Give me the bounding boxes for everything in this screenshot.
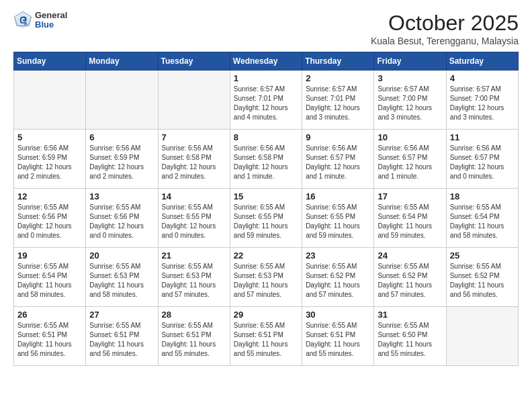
day-info: Sunrise: 6:55 AM Sunset: 6:56 PM Dayligh… [17, 203, 82, 240]
header-row: SundayMondayTuesdayWednesdayThursdayFrid… [14, 52, 519, 71]
day-cell [446, 307, 518, 366]
day-info: Sunrise: 6:55 AM Sunset: 6:51 PM Dayligh… [89, 321, 154, 359]
day-number: 13 [89, 191, 154, 201]
day-number: 5 [17, 132, 82, 142]
day-info: Sunrise: 6:55 AM Sunset: 6:51 PM Dayligh… [306, 321, 370, 359]
day-cell: 29Sunrise: 6:55 AM Sunset: 6:51 PM Dayli… [230, 307, 302, 366]
header-wednesday: Wednesday [230, 52, 302, 71]
location: Kuala Besut, Terengganu, Malaysia [371, 36, 519, 46]
header-sunday: Sunday [14, 52, 86, 71]
week-row-3: 12Sunrise: 6:55 AM Sunset: 6:56 PM Dayli… [14, 189, 519, 248]
day-cell [158, 71, 230, 130]
day-cell: 21Sunrise: 6:55 AM Sunset: 6:53 PM Dayli… [158, 248, 230, 307]
day-info: Sunrise: 6:55 AM Sunset: 6:54 PM Dayligh… [17, 262, 82, 300]
day-cell: 31Sunrise: 6:55 AM Sunset: 6:50 PM Dayli… [374, 307, 446, 366]
day-number: 6 [89, 132, 154, 142]
logo-text: General Blue [35, 11, 67, 30]
day-info: Sunrise: 6:55 AM Sunset: 6:54 PM Dayligh… [378, 203, 442, 240]
day-info: Sunrise: 6:56 AM Sunset: 6:57 PM Dayligh… [306, 144, 370, 181]
day-info: Sunrise: 6:56 AM Sunset: 6:57 PM Dayligh… [450, 144, 515, 181]
day-info: Sunrise: 6:55 AM Sunset: 6:53 PM Dayligh… [89, 262, 154, 300]
header-tuesday: Tuesday [158, 52, 230, 71]
day-cell: 24Sunrise: 6:55 AM Sunset: 6:52 PM Dayli… [374, 248, 446, 307]
day-info: Sunrise: 6:55 AM Sunset: 6:50 PM Dayligh… [378, 321, 442, 359]
header-thursday: Thursday [302, 52, 374, 71]
day-cell: 20Sunrise: 6:55 AM Sunset: 6:53 PM Dayli… [86, 248, 158, 307]
title-area: October 2025 Kuala Besut, Terengganu, Ma… [371, 11, 519, 46]
day-cell: 26Sunrise: 6:55 AM Sunset: 6:51 PM Dayli… [14, 307, 86, 366]
page-header: General Blue October 2025 Kuala Besut, T… [13, 11, 519, 46]
day-cell [14, 71, 86, 130]
day-cell: 15Sunrise: 6:55 AM Sunset: 6:55 PM Dayli… [230, 189, 302, 248]
day-number: 16 [306, 191, 370, 201]
day-info: Sunrise: 6:55 AM Sunset: 6:52 PM Dayligh… [306, 262, 370, 300]
day-cell: 25Sunrise: 6:55 AM Sunset: 6:52 PM Dayli… [446, 248, 518, 307]
day-info: Sunrise: 6:55 AM Sunset: 6:55 PM Dayligh… [306, 203, 370, 240]
day-cell: 17Sunrise: 6:55 AM Sunset: 6:54 PM Dayli… [374, 189, 446, 248]
day-info: Sunrise: 6:57 AM Sunset: 7:01 PM Dayligh… [234, 85, 298, 122]
day-info: Sunrise: 6:56 AM Sunset: 6:59 PM Dayligh… [17, 144, 82, 181]
logo-icon [13, 11, 32, 30]
day-info: Sunrise: 6:55 AM Sunset: 6:52 PM Dayligh… [450, 262, 515, 300]
day-cell: 22Sunrise: 6:55 AM Sunset: 6:53 PM Dayli… [230, 248, 302, 307]
day-cell [86, 71, 158, 130]
logo: General Blue [13, 11, 67, 30]
day-info: Sunrise: 6:55 AM Sunset: 6:55 PM Dayligh… [234, 203, 298, 240]
day-cell: 14Sunrise: 6:55 AM Sunset: 6:55 PM Dayli… [158, 189, 230, 248]
day-number: 4 [450, 73, 515, 83]
day-cell: 12Sunrise: 6:55 AM Sunset: 6:56 PM Dayli… [14, 189, 86, 248]
header-friday: Friday [374, 52, 446, 71]
day-number: 2 [306, 73, 370, 83]
day-number: 31 [378, 310, 442, 320]
day-info: Sunrise: 6:56 AM Sunset: 6:58 PM Dayligh… [234, 144, 298, 181]
day-number: 18 [450, 191, 515, 201]
day-number: 30 [306, 310, 370, 320]
day-cell: 1Sunrise: 6:57 AM Sunset: 7:01 PM Daylig… [230, 71, 302, 130]
day-number: 10 [378, 132, 442, 142]
day-number: 3 [378, 73, 442, 83]
day-cell: 5Sunrise: 6:56 AM Sunset: 6:59 PM Daylig… [14, 130, 86, 189]
day-number: 24 [378, 250, 442, 261]
day-number: 9 [306, 132, 370, 142]
day-info: Sunrise: 6:56 AM Sunset: 6:57 PM Dayligh… [378, 144, 442, 181]
week-row-1: 1Sunrise: 6:57 AM Sunset: 7:01 PM Daylig… [14, 71, 519, 130]
calendar-table: SundayMondayTuesdayWednesdayThursdayFrid… [13, 52, 519, 366]
day-cell: 27Sunrise: 6:55 AM Sunset: 6:51 PM Dayli… [86, 307, 158, 366]
day-number: 20 [89, 250, 154, 261]
day-info: Sunrise: 6:55 AM Sunset: 6:56 PM Dayligh… [89, 203, 154, 240]
day-cell: 2Sunrise: 6:57 AM Sunset: 7:01 PM Daylig… [302, 71, 374, 130]
day-cell: 18Sunrise: 6:55 AM Sunset: 6:54 PM Dayli… [446, 189, 518, 248]
day-number: 19 [17, 250, 82, 261]
day-number: 21 [162, 250, 226, 261]
day-cell: 3Sunrise: 6:57 AM Sunset: 7:00 PM Daylig… [374, 71, 446, 130]
header-monday: Monday [86, 52, 158, 71]
day-cell: 19Sunrise: 6:55 AM Sunset: 6:54 PM Dayli… [14, 248, 86, 307]
day-number: 23 [306, 250, 370, 261]
day-info: Sunrise: 6:55 AM Sunset: 6:53 PM Dayligh… [162, 262, 226, 300]
day-cell: 8Sunrise: 6:56 AM Sunset: 6:58 PM Daylig… [230, 130, 302, 189]
day-cell: 9Sunrise: 6:56 AM Sunset: 6:57 PM Daylig… [302, 130, 374, 189]
week-row-5: 26Sunrise: 6:55 AM Sunset: 6:51 PM Dayli… [14, 307, 519, 366]
day-info: Sunrise: 6:55 AM Sunset: 6:52 PM Dayligh… [378, 262, 442, 300]
logo-general: General [35, 11, 67, 20]
day-cell: 4Sunrise: 6:57 AM Sunset: 7:00 PM Daylig… [446, 71, 518, 130]
day-number: 22 [234, 250, 298, 261]
day-number: 27 [89, 310, 154, 320]
day-info: Sunrise: 6:56 AM Sunset: 6:58 PM Dayligh… [162, 144, 226, 181]
day-cell: 7Sunrise: 6:56 AM Sunset: 6:58 PM Daylig… [158, 130, 230, 189]
day-info: Sunrise: 6:55 AM Sunset: 6:55 PM Dayligh… [162, 203, 226, 240]
day-cell: 16Sunrise: 6:55 AM Sunset: 6:55 PM Dayli… [302, 189, 374, 248]
day-info: Sunrise: 6:55 AM Sunset: 6:54 PM Dayligh… [450, 203, 515, 240]
day-info: Sunrise: 6:55 AM Sunset: 6:51 PM Dayligh… [17, 321, 82, 359]
day-number: 8 [234, 132, 298, 142]
day-cell: 30Sunrise: 6:55 AM Sunset: 6:51 PM Dayli… [302, 307, 374, 366]
day-number: 25 [450, 250, 515, 261]
day-cell: 10Sunrise: 6:56 AM Sunset: 6:57 PM Dayli… [374, 130, 446, 189]
day-cell: 6Sunrise: 6:56 AM Sunset: 6:59 PM Daylig… [86, 130, 158, 189]
day-number: 29 [234, 310, 298, 320]
day-info: Sunrise: 6:55 AM Sunset: 6:51 PM Dayligh… [234, 321, 298, 359]
week-row-2: 5Sunrise: 6:56 AM Sunset: 6:59 PM Daylig… [14, 130, 519, 189]
day-cell: 13Sunrise: 6:55 AM Sunset: 6:56 PM Dayli… [86, 189, 158, 248]
day-info: Sunrise: 6:57 AM Sunset: 7:01 PM Dayligh… [306, 85, 370, 122]
day-number: 12 [17, 191, 82, 201]
